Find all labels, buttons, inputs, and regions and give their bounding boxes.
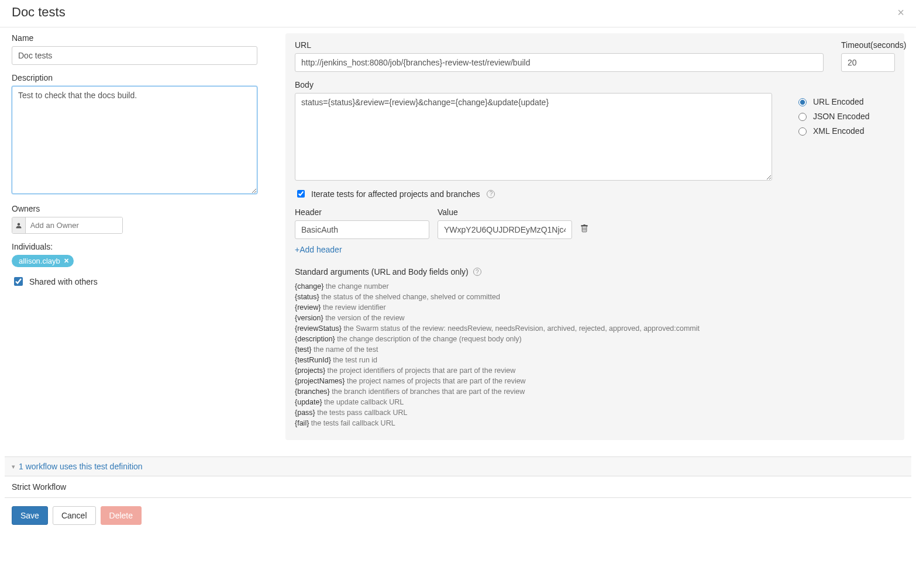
std-arg-desc: the Swarm status of the review: needsRev… xyxy=(343,324,700,333)
std-arg-key: {reviewStatus} xyxy=(295,324,343,333)
std-arg-key: {review} xyxy=(295,303,323,312)
std-arg-key: {projectNames} xyxy=(295,377,347,385)
encoding-json-label: JSON Encoded xyxy=(813,112,870,121)
close-icon[interactable]: × xyxy=(897,6,904,19)
encoding-xml-row[interactable]: XML Encoded xyxy=(796,126,895,136)
owners-label: Owners xyxy=(12,204,257,213)
workflow-item: Strict Workflow xyxy=(5,476,911,497)
header-input[interactable] xyxy=(295,220,429,239)
std-arg-line: {testRunId} the test run id xyxy=(295,356,895,364)
std-arg-key: {fail} xyxy=(295,419,311,427)
std-arg-desc: the status of the shelved change, shelve… xyxy=(321,293,500,301)
iterate-checkbox[interactable] xyxy=(297,190,305,198)
std-arg-line: {change} the change number xyxy=(295,282,895,290)
std-arg-desc: the update callback URL xyxy=(324,398,404,406)
std-arg-key: {description} xyxy=(295,335,337,343)
encoding-url-radio[interactable] xyxy=(798,98,807,106)
delete-button[interactable]: Delete xyxy=(101,506,142,525)
encoding-xml-label: XML Encoded xyxy=(813,126,864,136)
std-arg-line: {projects} the project identifiers of pr… xyxy=(295,366,895,375)
individual-pill[interactable]: allison.clayb ✕ xyxy=(12,255,74,267)
std-arg-desc: the branch identifiers of branches that … xyxy=(332,388,525,396)
std-arg-key: {branches} xyxy=(295,388,332,396)
std-arg-desc: the project names of projects that are p… xyxy=(347,377,526,385)
std-arg-line: {description} the change description of … xyxy=(295,335,895,343)
shared-label: Shared with others xyxy=(29,277,98,286)
std-args-title: Standard arguments (URL and Body fields … xyxy=(295,267,469,276)
std-arg-desc: the project identifiers of projects that… xyxy=(328,366,516,375)
std-arg-line: {test} the name of the test xyxy=(295,345,895,354)
owner-input[interactable] xyxy=(26,217,122,233)
std-arg-key: {update} xyxy=(295,398,324,406)
std-arg-key: {test} xyxy=(295,345,314,354)
std-arg-desc: the change description of the change (re… xyxy=(337,335,522,343)
std-arg-line: {pass} the tests pass callback URL xyxy=(295,409,895,417)
url-input[interactable] xyxy=(295,53,824,72)
encoding-url-row[interactable]: URL Encoded xyxy=(796,96,895,106)
value-input[interactable] xyxy=(438,220,572,239)
std-args-list: {change} the change number{status} the s… xyxy=(295,282,895,427)
name-label: Name xyxy=(12,33,257,43)
individuals-label: Individuals: xyxy=(12,242,257,251)
workflow-toggle[interactable]: ▾ 1 workflow uses this test definition xyxy=(5,457,911,476)
timeout-input[interactable] xyxy=(841,53,895,72)
url-label: URL xyxy=(295,40,824,50)
std-arg-key: {projects} xyxy=(295,366,328,375)
std-arg-key: {change} xyxy=(295,282,326,290)
workflow-summary: 1 workflow uses this test definition xyxy=(19,462,143,471)
encoding-json-radio[interactable] xyxy=(798,113,807,121)
description-textarea[interactable]: Test to check that the docs build. xyxy=(12,86,257,194)
std-arg-desc: the version of the review xyxy=(325,314,405,322)
encoding-url-label: URL Encoded xyxy=(813,97,864,106)
std-arg-desc: the tests pass callback URL xyxy=(317,409,407,417)
std-arg-line: {review} the review identifier xyxy=(295,303,895,312)
trash-icon[interactable] xyxy=(580,224,588,239)
name-input[interactable] xyxy=(12,46,257,65)
shared-checkbox[interactable] xyxy=(14,277,23,286)
save-button[interactable]: Save xyxy=(12,506,48,525)
timeout-label: Timeout(seconds) xyxy=(841,40,895,50)
std-arg-line: {version} the version of the review xyxy=(295,314,895,322)
add-header-link[interactable]: +Add header xyxy=(295,245,342,254)
cancel-button[interactable]: Cancel xyxy=(53,506,96,525)
help-icon[interactable]: ? xyxy=(473,268,481,276)
std-arg-desc: the tests fail callback URL xyxy=(311,419,395,427)
std-arg-desc: the review identifier xyxy=(323,303,386,312)
std-arg-desc: the name of the test xyxy=(314,345,378,354)
person-icon xyxy=(12,217,26,233)
std-arg-key: {version} xyxy=(295,314,325,322)
owner-input-group[interactable] xyxy=(12,217,123,234)
body-label: Body xyxy=(295,80,772,89)
std-arg-key: {testRunId} xyxy=(295,356,333,364)
std-arg-line: {projectNames} the project names of proj… xyxy=(295,377,895,385)
std-arg-line: {status} the status of the shelved chang… xyxy=(295,293,895,301)
std-arg-line: {reviewStatus} the Swarm status of the r… xyxy=(295,324,895,333)
std-arg-line: {branches} the branch identifiers of bra… xyxy=(295,388,895,396)
description-label: Description xyxy=(12,73,257,82)
iterate-label: Iterate tests for affected projects and … xyxy=(311,189,480,199)
header-label: Header xyxy=(295,207,429,217)
std-arg-desc: the test run id xyxy=(333,356,377,364)
body-textarea[interactable]: status={status}&review={review}&change={… xyxy=(295,93,772,181)
std-arg-key: {pass} xyxy=(295,409,317,417)
std-arg-key: {status} xyxy=(295,293,321,301)
help-icon[interactable]: ? xyxy=(487,190,495,198)
std-arg-desc: the change number xyxy=(326,282,389,290)
page-title: Doc tests xyxy=(12,5,66,20)
value-label: Value xyxy=(438,207,572,217)
remove-individual-icon[interactable]: ✕ xyxy=(64,257,69,265)
chevron-down-icon: ▾ xyxy=(12,463,15,471)
std-arg-line: {update} the update callback URL xyxy=(295,398,895,406)
individual-pill-label: allison.clayb xyxy=(19,257,60,265)
std-arg-line: {fail} the tests fail callback URL xyxy=(295,419,895,427)
encoding-xml-radio[interactable] xyxy=(798,127,807,136)
encoding-json-row[interactable]: JSON Encoded xyxy=(796,111,895,121)
